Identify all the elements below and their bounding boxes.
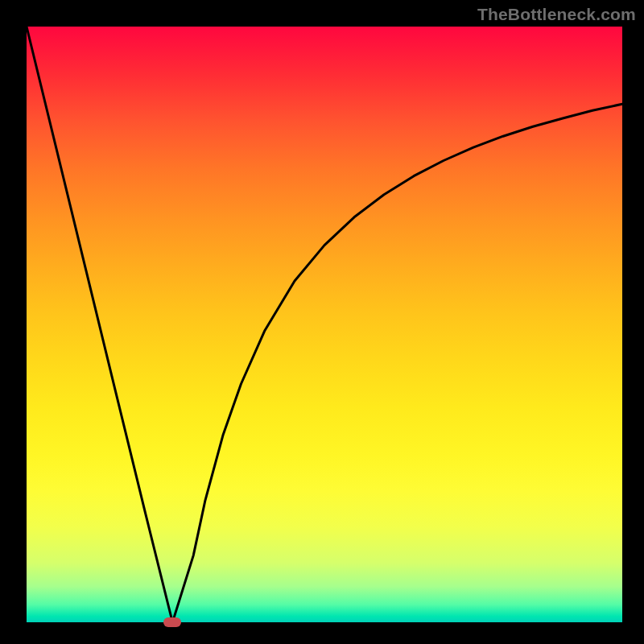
chart-marker: [163, 617, 181, 627]
plot-gradient-area: [27, 27, 622, 622]
chart-canvas: TheBottleneck.com: [0, 0, 644, 644]
watermark-text: TheBottleneck.com: [477, 5, 636, 24]
